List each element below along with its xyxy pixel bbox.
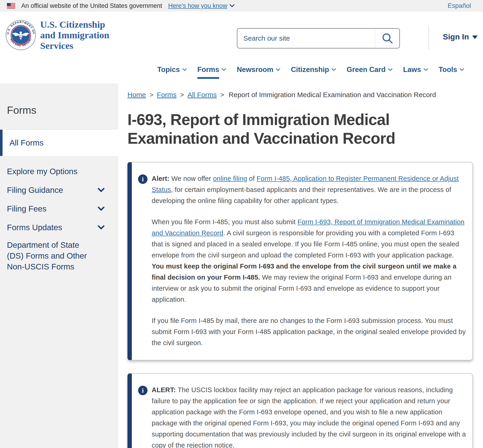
nav-item-tools[interactable]: Tools [439, 64, 464, 74]
breadcrumb-home[interactable]: Home [127, 91, 146, 99]
sidebar-item-explore-my-options[interactable]: Explore my Options [0, 162, 118, 181]
banner-left: An official website of the United States… [7, 2, 448, 9]
breadcrumb-current: Report of Immigration Medical Examinatio… [228, 91, 436, 99]
forms-sidebar: Forms All Forms Explore my Options Filin… [0, 83, 118, 448]
breadcrumb: Home > Forms > All Forms > Report of Imm… [127, 91, 474, 99]
espanol-link[interactable]: Español [448, 2, 471, 9]
site-search [237, 28, 400, 48]
nav-item-topics[interactable]: Topics [157, 64, 187, 74]
search-icon [381, 32, 393, 44]
breadcrumb-separator: > [220, 91, 224, 99]
uscis-page: An official website of the United States… [0, 0, 483, 448]
agency-name: U.S. Citizenship and Immigration Service… [40, 19, 109, 51]
nav-item-green-card[interactable]: Green Card [347, 64, 393, 74]
alert-paragraph: If you file Form I-485 by mail, there ar… [152, 315, 467, 348]
breadcrumb-separator: > [180, 91, 184, 99]
inline-link[interactable]: online filing [213, 175, 247, 182]
chevron-down-icon [98, 207, 105, 211]
heres-how-you-know-link[interactable]: Here's how you know [168, 2, 235, 9]
breadcrumb-all-forms[interactable]: All Forms [188, 91, 217, 99]
chevron-down-icon [222, 68, 226, 71]
sidebar-item-forms-updates[interactable]: Forms Updates [0, 218, 118, 237]
site-header: U.S. DEPARTMENT OF HOMELAND SECURITY [0, 12, 483, 83]
nav-item-citizenship[interactable]: Citizenship [291, 64, 336, 74]
official-website-text: An official website of the United States… [21, 2, 162, 9]
alert-paragraph: ALERT: The USCIS lockbox facility may re… [152, 384, 467, 448]
breadcrumb-separator: > [149, 91, 154, 99]
chevron-down-icon [98, 188, 105, 192]
sidebar-item-all-forms[interactable]: All Forms [0, 130, 118, 156]
info-icon: i [138, 386, 147, 395]
info-icon: i [138, 174, 147, 184]
chevron-down-icon [276, 68, 280, 71]
bold-text: ALERT: [152, 386, 178, 393]
page-title: I-693, Report of Immigration Medical Exa… [127, 110, 460, 148]
chevron-down-icon [229, 4, 235, 7]
caret-down-icon [472, 36, 478, 39]
main-content: Home > Forms > All Forms > Report of Imm… [127, 91, 474, 448]
chevron-down-icon [332, 68, 336, 71]
alert-paragraph: Alert: We now offer online filing of For… [152, 173, 467, 206]
nav-item-forms[interactable]: Forms [197, 64, 226, 74]
nav-item-newsroom[interactable]: Newsroom [237, 64, 280, 74]
dhs-seal-icon: U.S. DEPARTMENT OF HOMELAND SECURITY [6, 20, 36, 50]
sidebar-item-ds-forms[interactable]: Department of State (DS) Forms and Other… [0, 237, 118, 272]
sidebar-item-filing-guidance[interactable]: Filing Guidance [0, 181, 118, 199]
main-navigation: Topics Forms Newsroom Citizenship Green … [0, 64, 483, 80]
sidebar-list: Explore my Options Filing Guidance Filin… [0, 156, 118, 272]
nav-item-laws[interactable]: Laws [403, 64, 428, 74]
sidebar-item-filing-fees[interactable]: Filing Fees [0, 199, 118, 218]
alert-box-lockbox: i ALERT: The USCIS lockbox facility may … [127, 373, 473, 448]
header-divider [428, 26, 429, 50]
chevron-down-icon [424, 68, 428, 71]
search-button[interactable] [375, 29, 399, 48]
chevron-down-icon [182, 68, 187, 71]
sidebar-heading: Forms [7, 104, 118, 116]
breadcrumb-forms[interactable]: Forms [157, 91, 177, 99]
chevron-down-icon [460, 68, 464, 71]
uscis-logo[interactable]: U.S. DEPARTMENT OF HOMELAND SECURITY [6, 19, 109, 51]
bold-text: Alert: [152, 175, 171, 182]
sign-in-button[interactable]: Sign In [443, 32, 478, 41]
chevron-down-icon [388, 68, 393, 71]
us-flag-icon [7, 3, 15, 9]
alert-paragraph: When you file Form I-485, you must also … [152, 216, 467, 305]
government-banner: An official website of the United States… [0, 0, 483, 12]
search-input[interactable] [237, 29, 375, 48]
alert-box-online-filing: i Alert: We now offer online filing of F… [127, 162, 473, 360]
chevron-down-icon [98, 225, 105, 230]
